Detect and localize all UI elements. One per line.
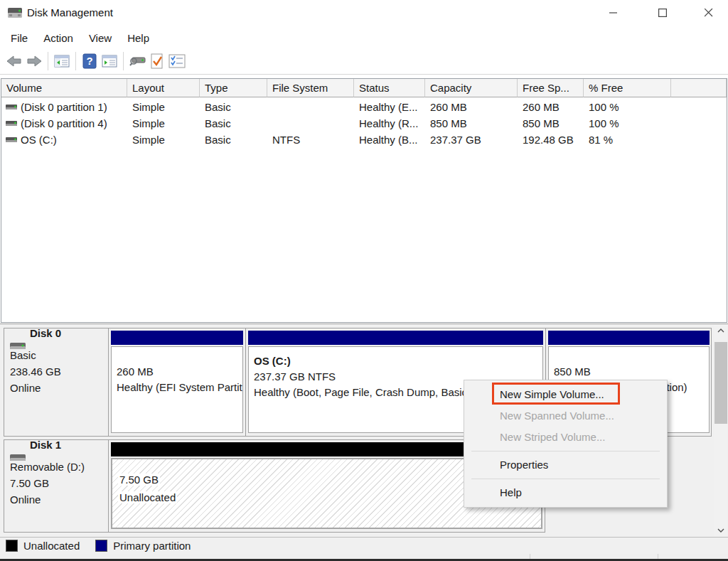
minimize-button[interactable]: [597, 0, 630, 26]
minimize-icon: [609, 9, 618, 17]
toolbar: ?: [0, 48, 728, 75]
menu-action[interactable]: Action: [36, 29, 81, 47]
forward-button[interactable]: [24, 51, 44, 71]
menu-file[interactable]: File: [3, 29, 36, 47]
table-row[interactable]: OS (C:) Simple Basic NTFS Healthy (B... …: [1, 132, 727, 148]
maximize-button[interactable]: [646, 0, 679, 26]
volume-capacity: 850 MB: [425, 115, 518, 132]
volume-layout: Simple: [127, 132, 200, 148]
help-icon: ?: [82, 53, 97, 69]
volume-free-space: 850 MB: [518, 115, 584, 132]
column-header-volume[interactable]: Volume: [1, 79, 127, 97]
volume-pct-free: 100 %: [584, 115, 671, 132]
close-icon: [705, 9, 713, 17]
volume-free-space: 260 MB: [518, 99, 584, 115]
menu-help[interactable]: Help: [119, 29, 157, 47]
disk1-name: Disk 1: [30, 439, 108, 451]
volume-rows: (Disk 0 partition 1) Simple Basic Health…: [1, 97, 727, 148]
table-row[interactable]: (Disk 0 partition 4) Simple Basic Health…: [1, 115, 727, 132]
disk1-size: 7.50 GB: [10, 477, 108, 489]
toolbar-separator: [48, 52, 48, 70]
volume-file-system: NTFS: [267, 132, 354, 148]
menu-item-new-simple-volume[interactable]: New Simple Volume...: [464, 384, 667, 405]
partition-efi[interactable]: 260 MB Healthy (EFI System Partition): [109, 328, 245, 436]
validate-doc-button[interactable]: [147, 51, 167, 71]
column-header-type[interactable]: Type: [200, 79, 267, 97]
table-row[interactable]: (Disk 0 partition 1) Simple Basic Health…: [1, 99, 727, 115]
partition-status: Healthy (EFI System Partition): [117, 380, 237, 395]
volume-file-system: [267, 115, 354, 132]
legend-bar: Unallocated Primary partition: [0, 537, 728, 554]
toolbar-separator: [123, 52, 124, 70]
primary-partition-bar: [248, 331, 543, 345]
unallocated-swatch: [6, 540, 18, 552]
primary-partition-swatch: [95, 540, 107, 552]
disk0-size: 238.46 GB: [10, 365, 108, 378]
volume-icon: [6, 104, 17, 111]
menu-item-properties[interactable]: Properties: [464, 454, 667, 476]
partition-size: 260 MB: [117, 364, 237, 380]
volume-type: Basic: [200, 99, 267, 115]
disk-icon: [10, 341, 26, 353]
volume-layout: Simple: [127, 99, 200, 115]
vertical-scrollbar[interactable]: [714, 324, 727, 536]
primary-partition-bar: [548, 331, 710, 345]
volume-capacity: 237.37 GB: [425, 132, 518, 148]
chevron-down-icon: [717, 528, 724, 533]
volume-name: (Disk 0 partition 4): [21, 117, 107, 129]
action-pane-button[interactable]: [100, 51, 119, 71]
menu-bar: File Action View Help: [0, 27, 728, 48]
disk-rescan-icon: [129, 54, 146, 68]
back-button[interactable]: [4, 51, 24, 71]
partition-size: 850 MB: [554, 364, 704, 380]
menu-item-help[interactable]: Help: [464, 482, 667, 503]
column-header-file-system[interactable]: File System: [267, 79, 354, 97]
scroll-up-button[interactable]: [714, 324, 727, 336]
back-arrow-icon: [6, 55, 22, 67]
toolbar-separator: [75, 52, 76, 70]
unallocated-label: Unallocated: [118, 491, 177, 503]
column-header-free-space[interactable]: Free Sp...: [518, 79, 584, 97]
menu-item-new-spanned-volume: New Spanned Volume...: [464, 405, 667, 427]
disk0-info[interactable]: Disk 0 Basic 238.46 GB Online: [4, 328, 109, 436]
disk-icon: [10, 452, 26, 465]
volume-file-system: [267, 99, 354, 115]
scroll-down-button[interactable]: [714, 524, 727, 536]
legend-unallocated-label: Unallocated: [23, 540, 80, 552]
document-check-icon: [150, 53, 164, 69]
volume-status: Healthy (B...: [354, 132, 425, 148]
window-title: Disk Management: [27, 6, 113, 18]
console-tree-button[interactable]: [52, 51, 72, 71]
menu-view[interactable]: View: [81, 29, 119, 47]
close-button[interactable]: [692, 0, 725, 26]
column-header-layout[interactable]: Layout: [127, 79, 200, 97]
checklist-icon: [168, 54, 186, 68]
properties-list-button[interactable]: [167, 51, 187, 71]
status-divider: [658, 554, 658, 559]
disk1-status: Online: [10, 493, 108, 506]
title-bar: Disk Management: [0, 0, 728, 27]
disk1-info[interactable]: Disk 1 Removable (D:) 7.50 GB Online: [4, 440, 109, 532]
column-header-pct-free[interactable]: % Free: [584, 79, 671, 97]
menu-separator: [464, 448, 667, 454]
column-header-status[interactable]: Status: [354, 79, 425, 97]
chevron-up-icon: [717, 328, 724, 333]
volume-type: Basic: [200, 115, 267, 132]
disk-management-window: Disk Management File Action View Help: [0, 0, 728, 561]
volume-layout: Simple: [127, 115, 200, 132]
help-button[interactable]: ?: [80, 51, 100, 71]
volume-free-space: 192.48 GB: [518, 132, 584, 148]
menu-item-new-striped-volume: New Striped Volume...: [464, 427, 667, 448]
column-header-capacity[interactable]: Capacity: [425, 79, 518, 97]
disk-rescan-button[interactable]: [127, 51, 147, 71]
primary-partition-bar: [111, 331, 243, 345]
scrollbar-thumb[interactable]: [714, 342, 727, 424]
svg-text:?: ?: [86, 55, 92, 67]
column-header-empty[interactable]: [671, 79, 727, 97]
partition-name: OS (C:): [254, 353, 537, 369]
volume-type: Basic: [200, 132, 267, 148]
disk-drive-icon: [7, 6, 23, 22]
disk0-status: Online: [10, 382, 108, 394]
status-bar: [0, 554, 728, 559]
legend-primary-partition-label: Primary partition: [113, 540, 191, 552]
